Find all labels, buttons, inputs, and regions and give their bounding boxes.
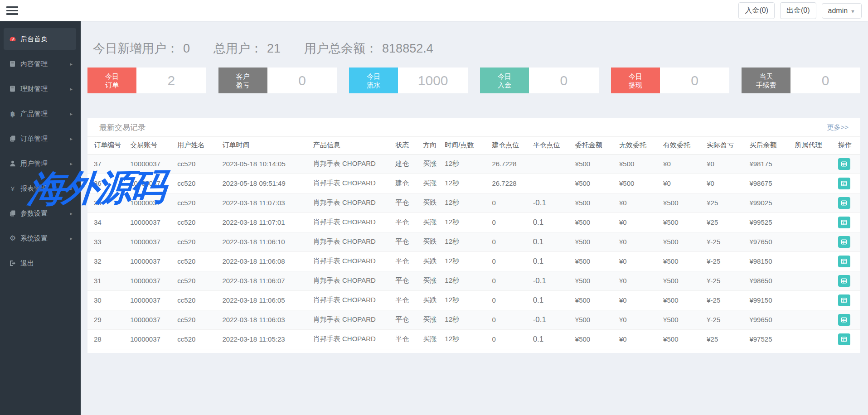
chevron-right-icon: ▸ (70, 236, 73, 241)
order-detail-button[interactable] (838, 333, 850, 345)
table-cell: -0.1 (530, 271, 572, 290)
table-cell: ¥99025 (747, 193, 792, 212)
order-detail-button[interactable] (838, 314, 850, 326)
order-detail-button[interactable] (838, 256, 850, 267)
sidebar-item-content[interactable]: 内容管理▸ (0, 53, 81, 75)
sidebar-item-params[interactable]: 参数设置▸ (0, 203, 81, 224)
table-cell: 0 (489, 310, 530, 329)
table-cell (792, 193, 835, 212)
stat-today-new-users: 今日新增用户： 0 (93, 40, 190, 57)
table-cell: 0 (489, 251, 530, 271)
more-link[interactable]: 更多>> (827, 123, 849, 132)
table-cell: ¥0 (616, 290, 660, 310)
table-cell: 买涨 (420, 310, 442, 329)
table-cell: 买涨 (420, 174, 442, 193)
table-cell: 12秒 (442, 193, 489, 212)
action-cell (835, 271, 860, 290)
table-cell: ¥99525 (747, 212, 792, 232)
table-cell: cc520 (175, 174, 219, 193)
table-cell: ¥500 (660, 232, 704, 251)
summary-card-value: 0 (267, 68, 337, 93)
files-icon (8, 210, 17, 217)
action-cell (835, 290, 860, 310)
table-cell: 0.1 (530, 251, 572, 271)
order-detail-button[interactable] (838, 178, 850, 189)
summary-card-today-flow: 今日流水1000 (349, 68, 468, 93)
table-cell: 12秒 (442, 290, 489, 310)
withdraw-button[interactable]: 出金(0) (780, 2, 816, 19)
sidebar-item-user[interactable]: 用户管理▸ (0, 153, 81, 174)
table-cell: ¥0 (616, 193, 660, 212)
table-cell: ¥-25 (704, 310, 747, 329)
table-cell: 建仓 (393, 174, 420, 193)
table-cell: 买跌 (420, 232, 442, 251)
user-menu-button[interactable]: admin▼ (822, 3, 862, 19)
table-cell: ¥25 (704, 212, 747, 232)
table-cell: 肖邦手表 CHOPARD (310, 251, 393, 271)
table-cell: 10000037 (127, 310, 175, 329)
yen-icon: ¥ (8, 185, 17, 193)
sidebar-item-logout[interactable]: 退出 (0, 252, 81, 274)
stat-total-users: 总用户： 21 (213, 40, 281, 57)
table-cell: 12秒 (442, 310, 489, 329)
bitcoin-icon: ฿ (8, 110, 17, 118)
sidebar-menu: 后台首页内容管理▸理财管理▸฿产品管理▸订单管理▸用户管理▸¥报表管理▸参数设置… (0, 28, 81, 274)
table-cell: 买涨 (420, 329, 442, 349)
menu-toggle-icon[interactable] (6, 5, 18, 17)
logout-icon (8, 260, 17, 267)
order-detail-button[interactable] (838, 236, 850, 248)
table-cell (792, 310, 835, 329)
column-header: 订单时间 (219, 137, 310, 154)
table-cell: 买跌 (420, 193, 442, 212)
action-cell (835, 232, 860, 251)
summary-card-label: 今日提现 (611, 68, 660, 93)
order-detail-button[interactable] (838, 158, 850, 170)
order-detail-button[interactable] (838, 294, 850, 306)
table-cell: -0.1 (530, 310, 572, 329)
table-cell: 2022-03-18 11:06:03 (219, 310, 310, 329)
stat-value: 818852.4 (382, 42, 433, 56)
table-cell (792, 290, 835, 310)
table-cell: 36 (87, 174, 127, 193)
sidebar-item-system[interactable]: ⚙系统设置▸ (0, 227, 81, 249)
action-cell (835, 174, 860, 193)
table-cell: cc520 (175, 212, 219, 232)
table-cell: ¥98150 (747, 251, 792, 271)
table-cell: 肖邦手表 CHOPARD (310, 154, 393, 174)
deposit-button[interactable]: 入金(0) (738, 2, 775, 19)
table-cell: ¥500 (660, 251, 704, 271)
stat-value: 21 (267, 42, 281, 56)
book-icon (8, 60, 17, 68)
table-cell: 肖邦手表 CHOPARD (310, 329, 393, 349)
column-header: 方向 (420, 137, 442, 154)
sidebar-item-home[interactable]: 后台首页 (4, 28, 76, 50)
sidebar-item-finance[interactable]: 理财管理▸ (0, 78, 81, 100)
column-header: 操作 (835, 137, 860, 154)
trades-title: 最新交易记录 (99, 122, 145, 133)
sidebar-item-product[interactable]: ฿产品管理▸ (0, 103, 81, 125)
order-detail-button[interactable] (838, 197, 850, 209)
table-cell: 31 (87, 271, 127, 290)
table-cell: 肖邦手表 CHOPARD (310, 271, 393, 290)
table-cell: cc520 (175, 290, 219, 310)
table-cell: 肖邦手表 CHOPARD (310, 310, 393, 329)
table-cell: 37 (87, 154, 127, 174)
column-header: 无效委托 (616, 137, 660, 154)
sidebar-item-label: 系统设置 (20, 234, 48, 243)
table-row: 3310000037cc5202022-03-18 11:06:10肖邦手表 C… (87, 232, 860, 251)
stat-label: 总用户： (213, 40, 262, 57)
table-cell: ¥0 (616, 232, 660, 251)
summary-card-value: 2 (136, 68, 206, 93)
order-detail-button[interactable] (838, 275, 850, 287)
column-header: 委托金额 (572, 137, 616, 154)
sidebar-item-order[interactable]: 订单管理▸ (0, 128, 81, 150)
column-header: 平仓点位 (530, 137, 572, 154)
table-cell: ¥0 (704, 174, 747, 193)
table-cell: cc520 (175, 232, 219, 251)
sidebar-item-report[interactable]: ¥报表管理▸ (0, 178, 81, 199)
table-row: 3110000037cc5202022-03-18 11:06:07肖邦手表 C… (87, 271, 860, 290)
table-row: 3510000037cc5202022-03-18 11:07:03肖邦手表 C… (87, 193, 860, 212)
table-cell: ¥98675 (747, 174, 792, 193)
summary-card-label: 今日订单 (87, 68, 136, 93)
order-detail-button[interactable] (838, 217, 850, 228)
